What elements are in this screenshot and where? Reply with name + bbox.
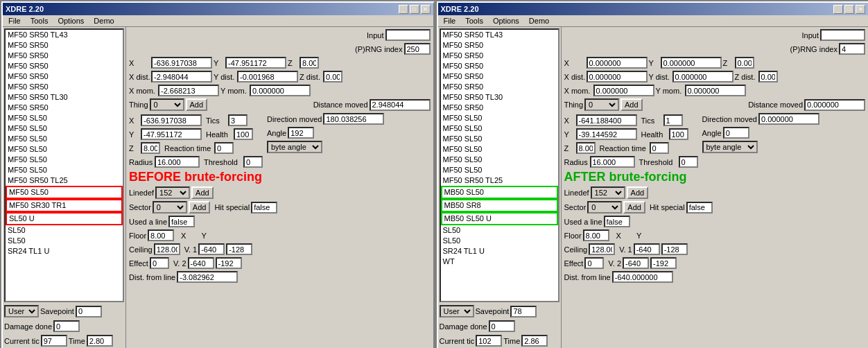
list-item-selected-3[interactable]: SL50 U xyxy=(6,212,123,225)
reaction-input-after[interactable] xyxy=(650,142,669,154)
list-item[interactable]: MF50 SR50 xyxy=(6,40,123,51)
y-input-before[interactable] xyxy=(225,57,286,69)
floor-input-after[interactable] xyxy=(583,229,609,241)
menu-file-before[interactable]: File xyxy=(4,16,25,26)
thing-z-input-before[interactable] xyxy=(141,142,160,154)
thing-x-input-before[interactable] xyxy=(141,114,202,126)
list-item[interactable]: MF50 SL50 xyxy=(441,165,558,175)
linedef-select-before[interactable]: 152 xyxy=(155,186,190,199)
health-input-after[interactable] xyxy=(669,128,688,140)
list-item[interactable]: MF50 SL50 xyxy=(6,113,123,123)
list-item[interactable]: WT xyxy=(441,256,558,267)
xdist-input-after[interactable] xyxy=(587,71,648,82)
savepoint-input-before[interactable] xyxy=(76,306,102,317)
linedef-select-after[interactable]: 152 xyxy=(591,186,625,199)
usedline-input-before[interactable] xyxy=(168,216,195,227)
xdist-input-before[interactable] xyxy=(151,71,212,82)
distline-input-before[interactable] xyxy=(177,271,238,283)
threshold-input-after[interactable] xyxy=(679,156,698,168)
sector-select-before[interactable]: 0 xyxy=(153,201,187,214)
angle-input-before[interactable] xyxy=(288,127,314,139)
input-field-before[interactable] xyxy=(385,29,431,41)
dist-moved-input-after[interactable] xyxy=(804,99,865,111)
thing-y-input-before[interactable] xyxy=(141,128,202,140)
list-item[interactable]: MF50 SR50 TL25 xyxy=(6,175,123,186)
list-item[interactable]: MF50 SR50 TL30 xyxy=(441,92,558,103)
currenttic-input-after[interactable] xyxy=(476,335,502,347)
xmom-input-after[interactable] xyxy=(593,85,654,96)
ymom-input-before[interactable] xyxy=(250,85,311,96)
damage-input-after[interactable] xyxy=(489,320,515,332)
dir-moved-input-after[interactable] xyxy=(758,113,819,125)
radius-input-before[interactable] xyxy=(155,156,200,168)
savepoint-input-after[interactable] xyxy=(510,306,537,317)
reaction-input-before[interactable] xyxy=(214,142,234,154)
z-input-after[interactable] xyxy=(735,57,754,69)
list-item[interactable]: MF50 SR50 TL30 xyxy=(6,92,123,103)
sector-select-after[interactable]: 0 xyxy=(587,201,622,214)
maximize-btn-after[interactable]: □ xyxy=(844,5,854,14)
byteangle-select-before[interactable]: byte angle xyxy=(267,141,322,153)
x-input-after[interactable] xyxy=(587,57,648,69)
user-dropdown-before[interactable]: User xyxy=(4,305,39,317)
list-item[interactable]: MF50 SR50 TL43 xyxy=(6,30,123,40)
thing-x-input-after[interactable] xyxy=(576,114,637,126)
ceiling-input-after[interactable] xyxy=(589,243,615,255)
hitspecial-input-after[interactable] xyxy=(686,202,713,214)
menu-demo-after[interactable]: Demo xyxy=(525,16,553,26)
tics-input-before[interactable] xyxy=(228,114,248,126)
threshold-input-before[interactable] xyxy=(243,156,263,168)
byteangle-select-after[interactable]: byte angle xyxy=(702,141,758,153)
dir-moved-input-before[interactable] xyxy=(323,113,384,125)
list-item[interactable]: MF50 SR50 xyxy=(441,51,558,61)
v1-x-input-after[interactable] xyxy=(634,243,660,255)
list-item[interactable]: MF50 SR50 xyxy=(441,82,558,92)
linedef-add-btn-before[interactable]: Add xyxy=(191,186,214,199)
list-item[interactable]: MF50 SR50 xyxy=(6,82,123,92)
list-item[interactable]: MF50 SL50 xyxy=(6,165,123,175)
v1-y-input-before[interactable] xyxy=(226,243,252,255)
ceiling-input-before[interactable] xyxy=(154,243,180,255)
input-field-after[interactable] xyxy=(820,29,865,41)
list-item[interactable]: MF50 SL50 xyxy=(441,113,558,123)
v1-x-input-before[interactable] xyxy=(198,243,225,255)
sector-add-btn-before[interactable]: Add xyxy=(189,201,211,214)
minimize-btn-before[interactable]: _ xyxy=(399,5,408,14)
dist-moved-input-before[interactable] xyxy=(370,99,431,111)
list-item[interactable]: MF50 SR50 xyxy=(441,71,558,82)
user-dropdown-after[interactable]: User xyxy=(440,305,474,317)
list-item[interactable]: SR24 TL1 U xyxy=(441,246,558,256)
v2-x-input-before[interactable] xyxy=(188,257,214,269)
list-item[interactable]: MF50 SL50 xyxy=(441,144,558,155)
time-input-after[interactable] xyxy=(521,335,548,347)
list-item[interactable]: MF50 SR50 TL25 xyxy=(441,175,558,186)
usedline-input-after[interactable] xyxy=(604,216,630,227)
prng-input-after[interactable] xyxy=(839,43,865,55)
list-item[interactable]: MF50 SL50 xyxy=(6,134,123,144)
distline-input-after[interactable] xyxy=(612,271,673,283)
listbox-after[interactable]: MF50 SR50 TL43 MF50 SR50 MF50 SR50 MF50 … xyxy=(440,28,559,302)
thing-dropdown-before[interactable]: 0 xyxy=(150,98,184,111)
maximize-btn-before[interactable]: □ xyxy=(410,5,419,14)
add-btn-before[interactable]: Add xyxy=(186,98,208,111)
y-input-after[interactable] xyxy=(661,57,722,69)
list-item-selected-after-2[interactable]: MB50 SR8 xyxy=(441,199,558,212)
list-item[interactable]: SL50 xyxy=(441,225,558,236)
v1-y-input-after[interactable] xyxy=(661,243,688,255)
floor-input-before[interactable] xyxy=(148,229,174,241)
sector-add-btn-after[interactable]: Add xyxy=(623,201,645,214)
effect-input-before[interactable] xyxy=(150,257,169,269)
zdist-input-after[interactable] xyxy=(758,71,778,82)
damage-input-before[interactable] xyxy=(53,320,80,332)
list-item[interactable]: MF50 SL50 xyxy=(441,134,558,144)
menu-options-before[interactable]: Options xyxy=(53,16,88,26)
thing-dropdown-after[interactable]: 0 xyxy=(584,98,619,111)
linedef-add-btn-after[interactable]: Add xyxy=(627,186,649,199)
thing-y-input-after[interactable] xyxy=(576,128,637,140)
z-input-before[interactable] xyxy=(300,57,319,69)
list-item[interactable]: MF50 SL50 xyxy=(441,123,558,134)
tics-input-after[interactable] xyxy=(663,114,683,126)
health-input-before[interactable] xyxy=(234,128,253,140)
list-item[interactable]: MF50 SR50 TL43 xyxy=(441,30,558,40)
list-item-selected-after-1[interactable]: MB50 SL50 xyxy=(441,186,558,199)
